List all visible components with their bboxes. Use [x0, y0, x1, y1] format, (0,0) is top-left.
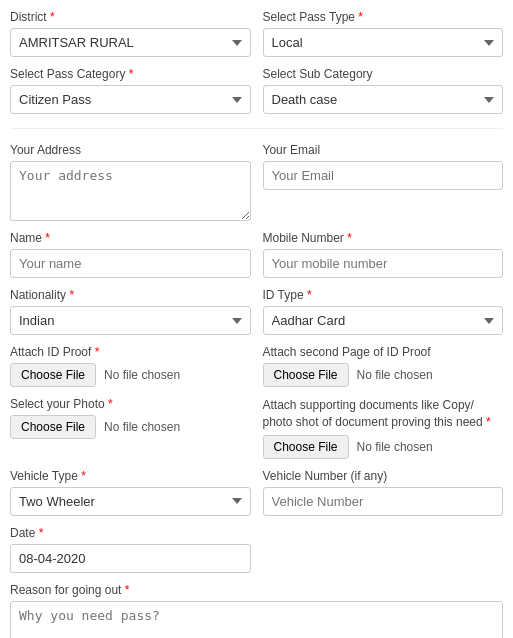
- date-group: Date *: [10, 526, 251, 573]
- date-label: Date *: [10, 526, 251, 540]
- name-input[interactable]: [10, 249, 251, 278]
- id-type-label: ID Type *: [263, 288, 504, 302]
- divider-1: [10, 128, 503, 129]
- photo-choose-button[interactable]: Choose File: [10, 415, 96, 439]
- id-proof-group: Attach ID Proof * Choose File No file ch…: [10, 345, 251, 387]
- name-label: Name *: [10, 231, 251, 245]
- vehicle-number-input[interactable]: [263, 487, 504, 516]
- supporting-docs-file-name: No file chosen: [357, 440, 433, 454]
- address-input[interactable]: [10, 161, 251, 221]
- photo-file-name: No file chosen: [104, 420, 180, 434]
- reason-label: Reason for going out *: [10, 583, 503, 597]
- pass-type-label: Select Pass Type *: [263, 10, 504, 24]
- email-group: Your Email: [263, 143, 504, 221]
- vehicle-type-group: Vehicle Type * Two Wheeler Four Wheeler …: [10, 469, 251, 516]
- address-group: Your Address: [10, 143, 251, 221]
- district-group: District * AMRITSAR RURAL LUDHIANA JALAN…: [10, 10, 251, 57]
- sub-category-group: Select Sub Category Death case Medical E…: [263, 67, 504, 114]
- id-type-group: ID Type * Aadhar Card Passport Voter ID …: [263, 288, 504, 335]
- id-proof-file-name: No file chosen: [104, 368, 180, 382]
- mobile-label: Mobile Number *: [263, 231, 504, 245]
- date-input[interactable]: [10, 544, 251, 573]
- supporting-docs-choose-button[interactable]: Choose File: [263, 435, 349, 459]
- district-label: District *: [10, 10, 251, 24]
- date-empty-cell: [263, 526, 504, 573]
- nationality-select[interactable]: Indian Other: [10, 306, 251, 335]
- sub-category-label: Select Sub Category: [263, 67, 504, 81]
- id-proof-second-file-name: No file chosen: [357, 368, 433, 382]
- reason-group: Reason for going out *: [10, 583, 503, 638]
- email-label: Your Email: [263, 143, 504, 157]
- sub-category-select[interactable]: Death case Medical Emergency Essential S…: [263, 85, 504, 114]
- supporting-docs-group: Attach supporting documents like Copy/ p…: [263, 397, 504, 459]
- vehicle-type-select[interactable]: Two Wheeler Four Wheeler None: [10, 487, 251, 516]
- mobile-input[interactable]: [263, 249, 504, 278]
- vehicle-type-label: Vehicle Type *: [10, 469, 251, 483]
- pass-category-group: Select Pass Category * Citizen Pass Esse…: [10, 67, 251, 114]
- id-proof-label: Attach ID Proof *: [10, 345, 251, 359]
- pass-type-select[interactable]: Local National International: [263, 28, 504, 57]
- id-proof-file-wrapper: Choose File No file chosen: [10, 363, 251, 387]
- nationality-label: Nationality *: [10, 288, 251, 302]
- reason-input[interactable]: [10, 601, 503, 638]
- id-proof-second-file-wrapper: Choose File No file chosen: [263, 363, 504, 387]
- photo-file-wrapper: Choose File No file chosen: [10, 415, 251, 439]
- nationality-group: Nationality * Indian Other: [10, 288, 251, 335]
- pass-type-group: Select Pass Type * Local National Intern…: [263, 10, 504, 57]
- photo-group: Select your Photo * Choose File No file …: [10, 397, 251, 459]
- supporting-docs-label: Attach supporting documents like Copy/ p…: [263, 397, 504, 431]
- photo-label: Select your Photo *: [10, 397, 251, 411]
- name-group: Name *: [10, 231, 251, 278]
- vehicle-number-label: Vehicle Number (if any): [263, 469, 504, 483]
- address-label: Your Address: [10, 143, 251, 157]
- id-proof-choose-button[interactable]: Choose File: [10, 363, 96, 387]
- id-proof-second-group: Attach second Page of ID Proof Choose Fi…: [263, 345, 504, 387]
- pass-category-select[interactable]: Citizen Pass Essential Services Medical: [10, 85, 251, 114]
- id-proof-second-label: Attach second Page of ID Proof: [263, 345, 504, 359]
- supporting-docs-file-wrapper: Choose File No file chosen: [263, 435, 504, 459]
- id-type-select[interactable]: Aadhar Card Passport Voter ID Driving Li…: [263, 306, 504, 335]
- email-input[interactable]: [263, 161, 504, 190]
- id-proof-second-choose-button[interactable]: Choose File: [263, 363, 349, 387]
- district-select[interactable]: AMRITSAR RURAL LUDHIANA JALANDHAR: [10, 28, 251, 57]
- mobile-group: Mobile Number *: [263, 231, 504, 278]
- vehicle-number-group: Vehicle Number (if any): [263, 469, 504, 516]
- pass-category-label: Select Pass Category *: [10, 67, 251, 81]
